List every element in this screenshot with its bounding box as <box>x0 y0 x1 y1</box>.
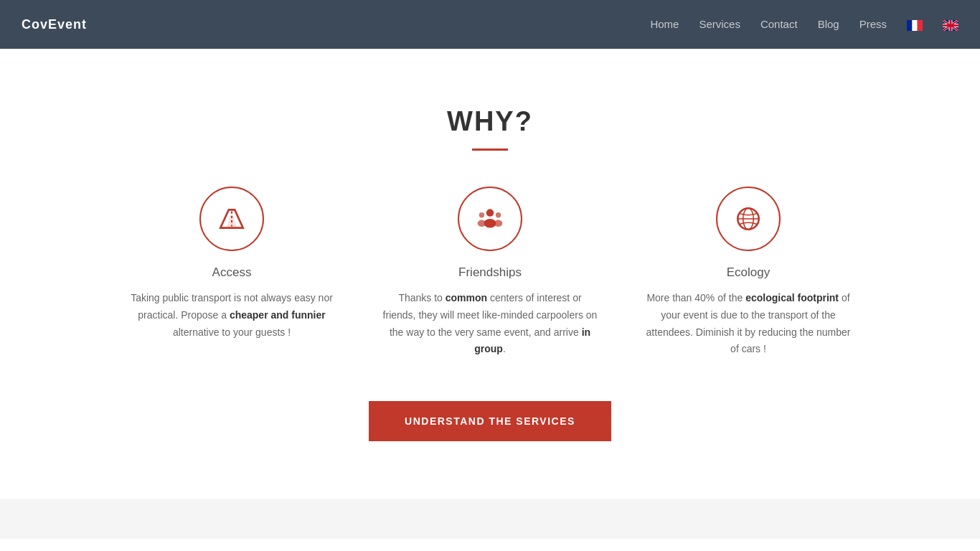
gb-flag-icon <box>943 20 958 31</box>
nav-lang-fr[interactable] <box>907 18 923 30</box>
understand-services-button[interactable]: UNDERSTAND THE SERVICES <box>369 401 611 441</box>
nav-logo: CovEvent <box>22 17 87 32</box>
nav-home[interactable]: Home <box>650 18 679 30</box>
nav-links: Home Services Contact Blog Press <box>650 18 958 31</box>
friendships-title: Friendships <box>382 265 598 280</box>
feature-access: Access Taking public transport is not al… <box>124 187 339 358</box>
svg-point-13 <box>486 209 494 217</box>
feature-friendships: Friendships Thanks to common centers of … <box>382 187 598 358</box>
road-icon <box>217 204 247 234</box>
svg-rect-2 <box>918 20 923 31</box>
friendships-desc: Thanks to common centers of interest or … <box>382 290 598 358</box>
globe-icon <box>733 204 763 234</box>
ecology-desc: More than 40% of the ecological footprin… <box>641 290 856 358</box>
ecology-title: Ecology <box>641 265 856 280</box>
navbar: CovEvent Home Services Contact Blog Pres… <box>0 0 980 49</box>
nav-press[interactable]: Press <box>859 18 887 30</box>
nav-contact[interactable]: Contact <box>760 18 798 30</box>
svg-point-18 <box>494 220 503 227</box>
nav-blog[interactable]: Blog <box>818 18 839 30</box>
french-flag-icon <box>907 20 923 31</box>
access-icon-circle <box>199 187 264 251</box>
title-underline <box>472 149 508 151</box>
footer-strip <box>0 499 980 539</box>
svg-rect-1 <box>912 20 917 31</box>
group-icon <box>475 204 505 234</box>
nav-services[interactable]: Services <box>699 18 740 30</box>
feature-ecology: Ecology More than 40% of the ecological … <box>641 187 856 358</box>
svg-point-17 <box>496 212 501 217</box>
features-row: Access Taking public transport is not al… <box>29 187 951 358</box>
access-desc: Taking public transport is not always ea… <box>124 290 339 341</box>
access-title: Access <box>124 265 339 280</box>
svg-rect-0 <box>907 20 912 31</box>
nav-lang-en[interactable] <box>943 18 958 30</box>
ecology-icon-circle <box>716 187 781 251</box>
friendships-icon-circle <box>458 187 522 251</box>
svg-point-16 <box>478 220 486 227</box>
svg-point-15 <box>479 212 484 217</box>
section-title: WHY? <box>29 106 951 137</box>
why-section: WHY? Access Taking public transport is n… <box>0 49 980 499</box>
